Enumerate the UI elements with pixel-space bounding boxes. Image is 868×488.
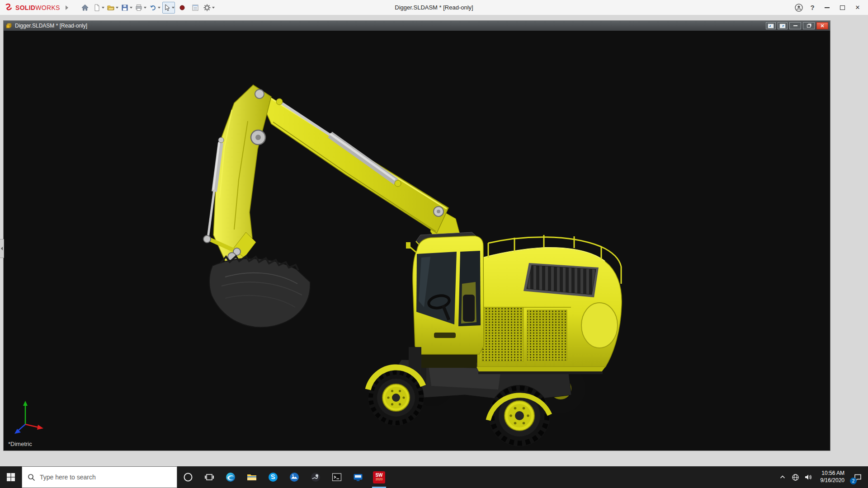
app-workspace: Digger.SLDASM * [Read-only] <box>0 15 868 466</box>
open-button[interactable] <box>106 2 119 14</box>
brand-text: SOLIDWORKS <box>15 4 60 11</box>
record-icon <box>178 4 186 12</box>
start-button[interactable] <box>0 466 22 488</box>
dassault-logo-icon <box>4 3 14 12</box>
tray-date: 9/16/2020 <box>815 477 844 484</box>
help-icon: ? <box>810 4 814 11</box>
task-view-icon <box>204 472 214 482</box>
taskbar-item-steam[interactable] <box>305 466 326 488</box>
steam-icon <box>310 472 321 483</box>
taskbar-item-cortana[interactable] <box>177 466 198 488</box>
pane-arrange-icon <box>779 23 786 28</box>
panel-collapse-handle[interactable] <box>0 239 4 258</box>
dropdown-caret-icon[interactable] <box>130 7 132 9</box>
new-document-button[interactable] <box>92 2 105 14</box>
action-center-button[interactable]: 2 <box>848 466 867 488</box>
document-minimize-button[interactable] <box>789 22 801 29</box>
taskbar-search[interactable]: Type here to search <box>22 466 177 488</box>
file-explorer-icon <box>246 472 257 483</box>
taskbar-clock[interactable]: 10:56 AM 9/16/2020 <box>815 470 847 484</box>
save-button[interactable] <box>120 2 133 14</box>
close-button[interactable]: ✕ <box>850 1 865 14</box>
taskbar-item-task-view[interactable] <box>198 466 220 488</box>
print-button[interactable] <box>134 2 147 14</box>
taskbar-item-edge[interactable] <box>220 466 241 488</box>
document-restore-button[interactable] <box>803 22 815 29</box>
properties-form-icon <box>191 4 199 12</box>
menu-expand-icon[interactable] <box>66 5 68 10</box>
solidworks-logo: SOLIDWORKS <box>0 3 68 12</box>
document-titlebar[interactable]: Digger.SLDASM * [Read-only] <box>4 21 830 31</box>
windows-taskbar: Type here to search <box>0 466 868 488</box>
taskbar-item-command-prompt[interactable] <box>326 466 347 488</box>
cortana-icon <box>183 472 193 482</box>
undo-icon <box>149 4 157 12</box>
taskbar-item-remote-desktop[interactable] <box>347 466 368 488</box>
tray-expand-button[interactable] <box>777 466 788 488</box>
pane-preview-icon <box>768 23 774 28</box>
operator-cab[interactable] <box>406 232 484 373</box>
network-button[interactable] <box>789 466 801 488</box>
tail-panel <box>581 303 618 348</box>
seat <box>463 295 475 322</box>
select-tool-button[interactable] <box>162 2 175 14</box>
tray-time: 10:56 AM <box>815 470 844 477</box>
chevron-up-icon <box>779 474 786 481</box>
volume-button[interactable] <box>802 466 814 488</box>
minimize-icon <box>793 25 797 26</box>
record-macro-button[interactable] <box>176 2 188 14</box>
speaker-icon <box>804 473 812 481</box>
taskbar-item-skype[interactable] <box>262 466 283 488</box>
dropdown-caret-icon[interactable] <box>158 7 160 9</box>
properties-button[interactable] <box>189 2 201 14</box>
user-avatar-icon <box>794 3 803 12</box>
boom-cylinder <box>276 99 401 187</box>
remote-desktop-icon <box>353 472 363 483</box>
dropdown-caret-icon[interactable] <box>212 7 215 9</box>
minimize-button[interactable] <box>819 1 835 14</box>
screen: SOLIDWORKS <box>0 0 868 488</box>
open-folder-icon <box>107 4 115 12</box>
account-button[interactable] <box>792 2 806 14</box>
document-title: Digger.SLDASM * [Read-only] <box>15 23 87 29</box>
excavator-model[interactable] <box>4 31 830 450</box>
window-title: Digger.SLDASM * [Read-only] <box>395 4 473 11</box>
home-icon <box>81 4 89 12</box>
restore-icon <box>807 24 811 28</box>
bucket[interactable] <box>209 256 310 328</box>
titlebar-controls: ? ✕ <box>792 1 868 14</box>
side-vent-grille <box>527 310 567 361</box>
undo-button[interactable] <box>148 2 161 14</box>
photos-icon <box>289 472 300 483</box>
solidworks-icon: SW 2020 <box>373 471 385 483</box>
maximize-button[interactable] <box>835 1 850 14</box>
print-icon <box>135 4 143 12</box>
view-orientation-label: *Dimetric <box>8 441 32 447</box>
home-button[interactable] <box>79 2 91 14</box>
dropdown-caret-icon[interactable] <box>116 7 118 9</box>
search-placeholder: Type here to search <box>40 474 96 481</box>
pane-preview-button[interactable] <box>766 22 776 29</box>
notification-badge: 2 <box>850 478 857 484</box>
side-vent-grille <box>482 307 524 361</box>
pane-arrange-button[interactable] <box>778 22 788 29</box>
search-icon <box>28 474 35 481</box>
orientation-triad <box>10 398 48 436</box>
taskbar-item-photos[interactable] <box>283 466 305 488</box>
dropdown-caret-icon[interactable] <box>144 7 146 9</box>
new-document-icon <box>93 4 101 12</box>
document-window-controls: ✕ <box>766 22 828 29</box>
gear-icon <box>203 4 211 12</box>
select-cursor-icon <box>163 4 171 12</box>
document-close-button[interactable]: ✕ <box>816 22 828 29</box>
options-button[interactable] <box>203 2 215 14</box>
dropdown-caret-icon[interactable] <box>102 7 104 9</box>
help-button[interactable]: ? <box>806 2 819 14</box>
edge-icon <box>225 472 236 483</box>
taskbar-item-file-explorer[interactable] <box>241 466 262 488</box>
taskbar-item-solidworks[interactable]: SW 2020 <box>368 466 390 488</box>
dropdown-caret-icon[interactable] <box>172 7 175 9</box>
3d-viewport[interactable]: *Dimetric <box>4 31 830 450</box>
document-window: Digger.SLDASM * [Read-only] <box>3 20 830 451</box>
windows-logo-icon <box>6 473 15 482</box>
